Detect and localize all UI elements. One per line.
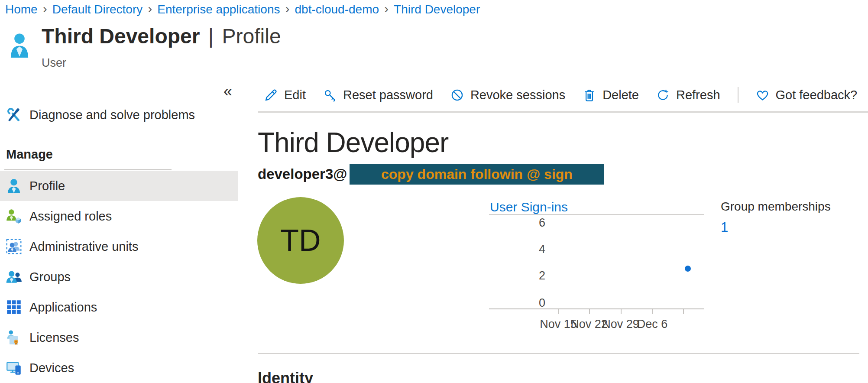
page-title-divider: | xyxy=(206,25,216,48)
reset-password-button[interactable]: Reset password xyxy=(323,88,433,102)
identity-section-heading: Identity xyxy=(258,369,313,383)
sidebar-item-administrative-units[interactable]: Administrative units xyxy=(0,231,238,262)
sidebar-item-applications[interactable]: Applications xyxy=(0,292,238,322)
sidebar-item-assigned-roles[interactable]: Assigned roles xyxy=(0,201,238,231)
trash-icon xyxy=(583,88,596,102)
sidebar-section-manage: Manage xyxy=(6,147,53,162)
sidebar-item-diagnose[interactable]: Diagnose and solve problems xyxy=(0,100,238,130)
refresh-button[interactable]: Refresh xyxy=(656,88,720,102)
group-memberships-label: Group memberships xyxy=(721,200,831,214)
email-prefix: developer3@ xyxy=(258,166,347,182)
page-title-name: Third Developer xyxy=(42,25,200,48)
sidebar-divider xyxy=(4,169,172,170)
y-axis-label: 2 xyxy=(519,269,545,282)
toolbar-button-label: Got feedback? xyxy=(776,88,858,102)
avatar-initials: TD xyxy=(280,223,321,258)
chevron-right-icon: › xyxy=(43,2,47,17)
licenses-icon xyxy=(6,330,22,345)
x-axis-tick xyxy=(558,309,559,314)
object-type-label: User xyxy=(42,56,66,70)
assigned-roles-icon xyxy=(6,208,22,224)
page-title: Third Developer | Profile xyxy=(42,24,281,48)
group-memberships-count-link[interactable]: 1 xyxy=(721,220,831,235)
toolbar-divider xyxy=(258,111,868,113)
profile-person-icon xyxy=(6,178,22,194)
administrative-units-icon xyxy=(6,239,22,254)
group-memberships-block: Group memberships 1 xyxy=(721,200,831,235)
breadcrumb: Home › Default Directory › Enterprise ap… xyxy=(5,2,480,17)
chevron-right-icon: › xyxy=(384,2,389,17)
sidebar-manage-list: Profile Assigned roles Adminis xyxy=(0,171,238,383)
diagnose-tools-icon xyxy=(6,107,22,123)
x-axis-tick xyxy=(621,309,622,314)
user-display-name: Third Developer xyxy=(258,127,448,159)
edit-button[interactable]: Edit xyxy=(264,88,306,102)
x-axis-tick xyxy=(683,309,684,314)
sidebar-item-profile[interactable]: Profile xyxy=(0,171,238,201)
user-icon xyxy=(10,32,29,59)
sidebar-item-label: Diagnose and solve problems xyxy=(29,108,195,122)
sidebar-item-label: Administrative units xyxy=(29,240,138,254)
email-domain-redaction-overlay: copy domain followin @ sign xyxy=(350,164,604,185)
devices-icon xyxy=(6,360,22,376)
block-icon xyxy=(450,88,464,102)
y-axis-label: 0 xyxy=(519,296,545,310)
toolbar-button-label: Refresh xyxy=(676,88,720,102)
breadcrumb-dbt-cloud-demo[interactable]: dbt-cloud-demo xyxy=(295,3,379,16)
breadcrumb-enterprise-applications[interactable]: Enterprise applications xyxy=(157,3,280,16)
page-title-section: Profile xyxy=(222,25,281,48)
refresh-icon xyxy=(656,88,670,102)
breadcrumb-home[interactable]: Home xyxy=(5,3,38,16)
user-signins-link[interactable]: User Sign-ins xyxy=(490,200,568,214)
chart-header-divider xyxy=(489,214,704,215)
heart-icon xyxy=(756,88,769,102)
x-axis-tick xyxy=(589,309,590,314)
toolbar-button-label: Edit xyxy=(284,88,306,102)
sidebar-item-label: Licenses xyxy=(29,331,79,345)
section-divider xyxy=(258,353,859,354)
command-bar: Edit Reset password Revoke sessions Dele… xyxy=(264,84,857,106)
key-icon xyxy=(323,88,337,102)
sidebar-item-label: Profile xyxy=(29,179,65,193)
sidebar-item-label: Applications xyxy=(29,300,97,315)
collapse-sidebar-button[interactable]: « xyxy=(223,84,232,99)
y-axis-label: 4 xyxy=(519,243,545,256)
user-avatar[interactable]: TD xyxy=(257,197,344,284)
breadcrumb-third-developer[interactable]: Third Developer xyxy=(394,3,480,16)
x-axis-label: Nov 29 xyxy=(602,318,639,331)
toolbar-separator xyxy=(738,87,738,103)
sidebar-item-groups[interactable]: Groups xyxy=(0,262,238,292)
x-axis-line xyxy=(489,308,704,309)
chevron-right-icon: › xyxy=(148,2,152,17)
x-axis-tick xyxy=(652,309,653,314)
sidebar-item-label: Groups xyxy=(29,270,71,284)
toolbar-button-label: Reset password xyxy=(343,88,433,102)
sidebar-item-label: Assigned roles xyxy=(29,209,112,224)
groups-people-icon xyxy=(6,269,22,285)
y-axis-label: 6 xyxy=(519,216,545,230)
got-feedback-button[interactable]: Got feedback? xyxy=(756,88,858,102)
signin-data-point xyxy=(685,266,691,272)
revoke-sessions-button[interactable]: Revoke sessions xyxy=(450,88,565,102)
sidebar-item-licenses[interactable]: Licenses xyxy=(0,322,238,353)
pencil-icon xyxy=(264,88,278,102)
breadcrumb-default-directory[interactable]: Default Directory xyxy=(52,3,143,16)
sidebar-item-label: Devices xyxy=(29,361,74,375)
user-signins-chart: User Sign-ins 6 4 2 0 Nov 15 Nov 22 Nov … xyxy=(489,200,704,343)
chevron-right-icon: › xyxy=(285,2,290,17)
delete-button[interactable]: Delete xyxy=(583,88,639,102)
toolbar-button-label: Delete xyxy=(602,88,639,102)
user-principal-name: developer3@ copy domain followin @ sign xyxy=(258,164,604,185)
applications-grid-icon xyxy=(6,299,22,315)
x-axis-label: Dec 6 xyxy=(637,318,668,331)
sidebar-item-devices[interactable]: Devices xyxy=(0,353,238,383)
toolbar-button-label: Revoke sessions xyxy=(470,88,565,102)
sidebar-menu: « Diagnose and solve problems Manage Pro… xyxy=(0,80,243,383)
